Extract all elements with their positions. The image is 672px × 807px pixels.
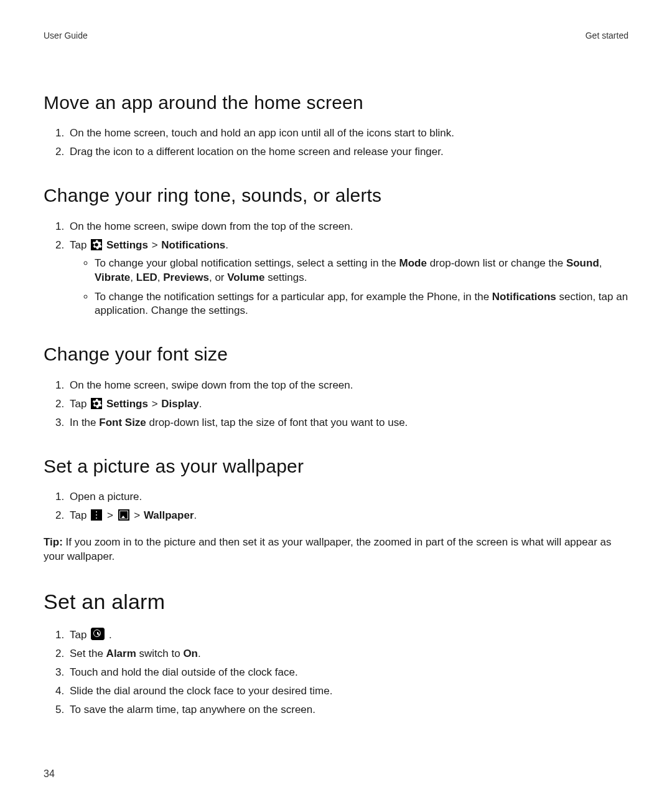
tip-wallpaper: Tip: If you zoom in to the picture and t…	[44, 536, 628, 564]
clock-icon	[91, 628, 105, 640]
list-item: Set the Alarm switch to On.	[67, 647, 628, 661]
list-item: Drag the icon to a different location on…	[67, 145, 628, 159]
page-number: 34	[44, 767, 55, 781]
list-item: To change the notification settings for …	[95, 290, 628, 319]
steps-alarm: Tap . Set the Alarm switch to On. Touch …	[44, 628, 628, 717]
bullets-ringtone: To change your global notification setti…	[70, 257, 628, 319]
section-ringtone: Change your ring tone, sounds, or alerts…	[44, 183, 628, 318]
header-left: User Guide	[44, 30, 88, 42]
heading-ringtone: Change your ring tone, sounds, or alerts	[44, 183, 628, 209]
steps-fontsize: On the home screen, swipe down from the …	[44, 379, 628, 430]
set-as-icon	[118, 509, 129, 521]
heading-fontsize: Change your font size	[44, 342, 628, 367]
steps-wallpaper: Open a picture. Tap > > Wallpaper.	[44, 490, 628, 523]
heading-wallpaper: Set a picture as your wallpaper	[44, 454, 628, 479]
list-item: In the Font Size drop-down list, tap the…	[67, 416, 628, 430]
settings-icon	[91, 239, 102, 250]
list-item: On the home screen, touch and hold an ap…	[67, 126, 628, 141]
list-item: Slide the dial around the clock face to …	[67, 684, 628, 699]
section-alarm: Set an alarm Tap . Set the Alarm switch …	[44, 588, 628, 717]
list-item: Tap .	[67, 628, 628, 643]
list-item: On the home screen, swipe down from the …	[67, 379, 628, 393]
header-right: Get started	[586, 30, 628, 42]
list-item: To save the alarm time, tap anywhere on …	[67, 703, 628, 717]
list-item: On the home screen, swipe down from the …	[67, 220, 628, 234]
heading-move-app: Move an app around the home screen	[44, 90, 628, 116]
section-fontsize: Change your font size On the home screen…	[44, 342, 628, 430]
list-item: Open a picture.	[67, 490, 628, 504]
running-header: User Guide Get started	[44, 30, 628, 42]
list-item: To change your global notification setti…	[95, 257, 628, 285]
steps-move-app: On the home screen, touch and hold an ap…	[44, 126, 628, 159]
heading-alarm: Set an alarm	[44, 588, 628, 616]
section-move-app: Move an app around the home screen On th…	[44, 90, 628, 159]
section-wallpaper: Set a picture as your wallpaper Open a p…	[44, 454, 628, 564]
list-item: Tap > > Wallpaper.	[67, 509, 628, 523]
list-item: Tap Settings > Notifications. To change …	[67, 238, 628, 319]
more-icon	[91, 509, 102, 521]
steps-ringtone: On the home screen, swipe down from the …	[44, 220, 628, 319]
settings-icon	[91, 398, 102, 409]
list-item: Touch and hold the dial outside of the c…	[67, 666, 628, 680]
list-item: Tap Settings > Display.	[67, 397, 628, 412]
